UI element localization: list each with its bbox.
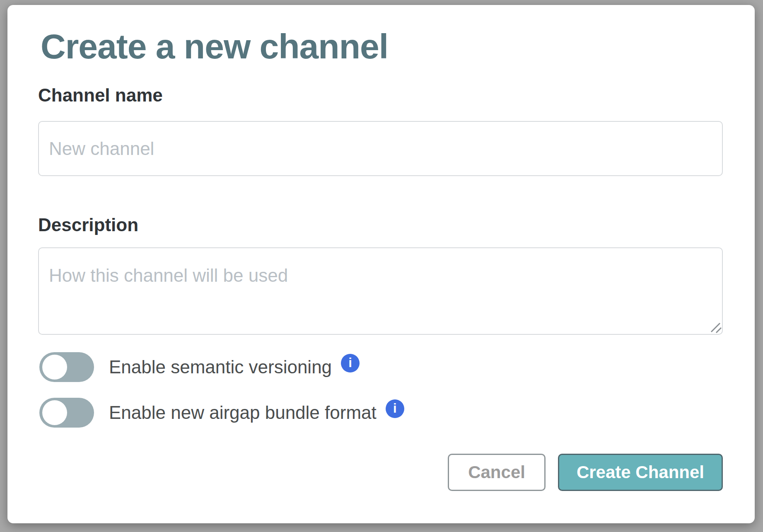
modal-footer: Cancel Create Channel (448, 454, 723, 491)
semantic-versioning-row: Enable semantic versioning i (39, 352, 360, 382)
modal-title: Create a new channel (41, 27, 388, 67)
create-channel-modal: Create a new channel Channel name Descri… (7, 5, 755, 523)
airgap-bundle-label: Enable new airgap bundle format (109, 402, 377, 424)
dimmed-background: e e a it s (755, 0, 763, 532)
channel-name-input[interactable] (38, 121, 723, 176)
description-label: Description (38, 214, 138, 236)
semantic-versioning-label: Enable semantic versioning (109, 356, 332, 378)
info-icon[interactable]: i (386, 399, 404, 418)
semantic-versioning-toggle[interactable] (39, 352, 94, 382)
cancel-button[interactable]: Cancel (448, 454, 546, 491)
textarea-resize-handle[interactable] (710, 322, 722, 333)
description-textarea[interactable] (38, 247, 723, 335)
channel-name-label: Channel name (38, 85, 163, 106)
create-channel-button[interactable]: Create Channel (558, 454, 723, 491)
airgap-bundle-toggle[interactable] (39, 398, 94, 428)
info-icon[interactable]: i (341, 354, 360, 372)
toggle-knob (42, 355, 67, 380)
airgap-bundle-row: Enable new airgap bundle format i (39, 398, 404, 428)
toggle-knob (42, 400, 67, 425)
